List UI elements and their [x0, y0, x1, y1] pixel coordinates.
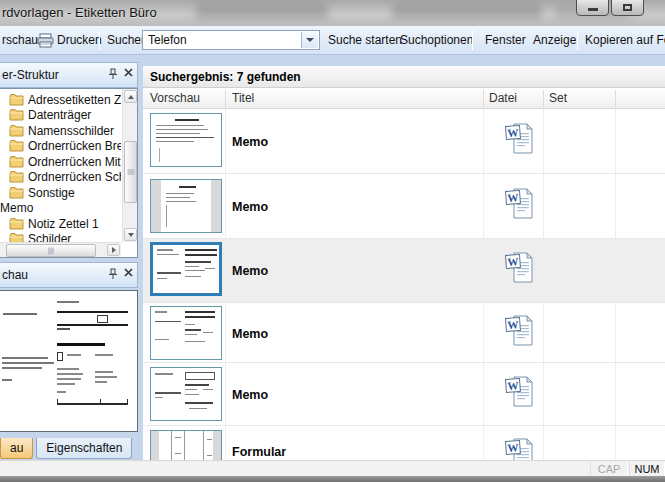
svg-text:W: W [507, 379, 519, 392]
maximize-icon [623, 4, 632, 11]
svg-text:W: W [507, 191, 519, 204]
template-thumbnail[interactable] [150, 367, 222, 421]
preview-panel-header: chau [0, 262, 138, 288]
results-rows: Memo W Memo W [143, 109, 665, 460]
column-set[interactable]: Set [549, 91, 567, 105]
word-document-icon: W [505, 252, 533, 288]
svg-text:W: W [507, 126, 519, 139]
combo-dropdown-button[interactable] [301, 32, 318, 48]
status-bar: CAP NUM S [0, 460, 665, 476]
svg-text:W: W [507, 441, 519, 454]
folder-icon [9, 171, 24, 183]
word-document-icon: W [505, 123, 533, 159]
chevron-down-icon [306, 38, 314, 42]
view-menu-button[interactable]: Anzeige [533, 26, 576, 54]
tree-item-datentraeger[interactable]: Datenträger [0, 108, 121, 124]
minimize-icon [588, 8, 598, 11]
svg-text:W: W [507, 318, 519, 331]
window-title: rdvorlagen - Etiketten Büro [2, 5, 157, 20]
toolbar-separator [577, 30, 578, 50]
folder-icon [9, 109, 24, 121]
pin-icon[interactable] [108, 268, 118, 280]
tree-horizontal-scrollbar[interactable] [0, 242, 121, 257]
window-menu-button[interactable]: Fenster [485, 26, 526, 54]
toolbar: rschau Drucken Suchen Telefon Suche star… [0, 26, 665, 55]
result-row-5[interactable]: Memo W [143, 363, 665, 426]
svg-text:W: W [507, 255, 519, 268]
tree-item-ordnerruecken-schmal[interactable]: Ordnerrücken Schmal [0, 170, 121, 186]
tree-item-notiz-zettel-1[interactable]: Notiz Zettel 1 [0, 216, 121, 232]
print-preview-button[interactable]: rschau [2, 26, 38, 54]
toolbar-separator [472, 30, 473, 50]
search-options-button[interactable]: Suchoptionen [400, 26, 473, 54]
result-row-6[interactable]: Formular Ordnerrücken breit W [143, 426, 665, 460]
caps-lock-indicator: CAP [590, 462, 628, 476]
results-header: Suchergebnis: 7 gefunden [143, 66, 665, 88]
tree-item-ordnerruecken-breit[interactable]: Ordnerrücken Breit [0, 139, 121, 155]
num-lock-indicator: NUM [629, 462, 665, 476]
tree-item-namensschilder[interactable]: Namensschilder [0, 123, 121, 139]
copy-to-disk-button[interactable]: Kopieren auf Fest [585, 26, 665, 54]
search-combobox-value: Telefon [148, 33, 187, 47]
folder-panel-title: er-Struktur [2, 68, 59, 82]
folder-icon [9, 156, 24, 168]
preview-panel-title: chau [2, 268, 28, 282]
blurred-background-content [196, 3, 328, 19]
column-vorschau[interactable]: Vorschau [150, 91, 200, 105]
minimize-button[interactable] [576, 0, 609, 16]
tree-item-adressetiketten[interactable]: Adressetiketten Zweck [0, 92, 121, 108]
maximize-button[interactable] [611, 0, 644, 16]
document-preview [0, 290, 138, 432]
dock-tabs: au Eigenschaften [0, 438, 135, 459]
result-row-4[interactable]: Memo W [143, 303, 665, 363]
folder-tree: Adressetiketten Zweck Datenträger Namens… [0, 88, 138, 258]
folder-icon [9, 125, 24, 137]
result-row-1[interactable]: Memo W [143, 109, 665, 174]
search-combobox[interactable]: Telefon [142, 30, 320, 50]
folder-icon [9, 218, 24, 230]
toolbar-separator [99, 30, 100, 50]
print-button[interactable]: Drucken [57, 26, 102, 54]
app-window: rdvorlagen - Etiketten Büro rschau Druck… [0, 0, 665, 482]
tree-item-memo[interactable]: Memo [0, 201, 121, 217]
template-thumbnail[interactable] [150, 430, 222, 460]
result-row-2[interactable]: Memo W [143, 174, 665, 239]
printer-icon [37, 26, 54, 54]
template-thumbnail-selected[interactable] [150, 242, 222, 296]
folder-icon [9, 187, 24, 199]
tree-item-ordnerruecken-mittel[interactable]: Ordnerrücken Mittel [0, 154, 121, 170]
word-document-icon: W [505, 376, 533, 412]
tab-properties[interactable]: Eigenschaften [36, 438, 132, 459]
result-row-3-selected[interactable]: Memo W [143, 239, 665, 303]
search-results-area: Suchergebnis: 7 gefunden Vorschau Titel … [143, 66, 665, 460]
close-icon[interactable] [124, 268, 133, 277]
word-document-icon: W [505, 438, 533, 460]
window-bottom-edge [0, 476, 665, 482]
template-thumbnail[interactable] [150, 179, 222, 233]
tree-vertical-scrollbar[interactable] [122, 89, 137, 242]
blurred-background-content [392, 3, 542, 19]
folder-panel-header: er-Struktur [0, 62, 138, 88]
word-document-icon: W [505, 315, 533, 351]
tree-item-sonstige[interactable]: Sonstige [0, 185, 121, 201]
column-titel[interactable]: Titel [232, 91, 254, 105]
results-column-header: Vorschau Titel Datei Set [143, 88, 665, 109]
template-thumbnail[interactable] [150, 113, 222, 167]
scroll-down-icon [128, 233, 134, 237]
scroll-up-icon [128, 95, 134, 99]
template-thumbnail[interactable] [150, 306, 222, 360]
titlebar: rdvorlagen - Etiketten Büro [0, 0, 665, 26]
folder-icon [9, 140, 24, 152]
close-icon[interactable] [124, 68, 133, 77]
pin-icon[interactable] [108, 68, 118, 80]
folder-icon [9, 94, 24, 106]
word-document-icon: W [505, 188, 533, 224]
column-datei[interactable]: Datei [489, 91, 517, 105]
scroll-right-icon [112, 247, 116, 253]
tab-preview[interactable]: au [0, 438, 33, 459]
start-search-button[interactable]: Suche starten [328, 26, 402, 54]
